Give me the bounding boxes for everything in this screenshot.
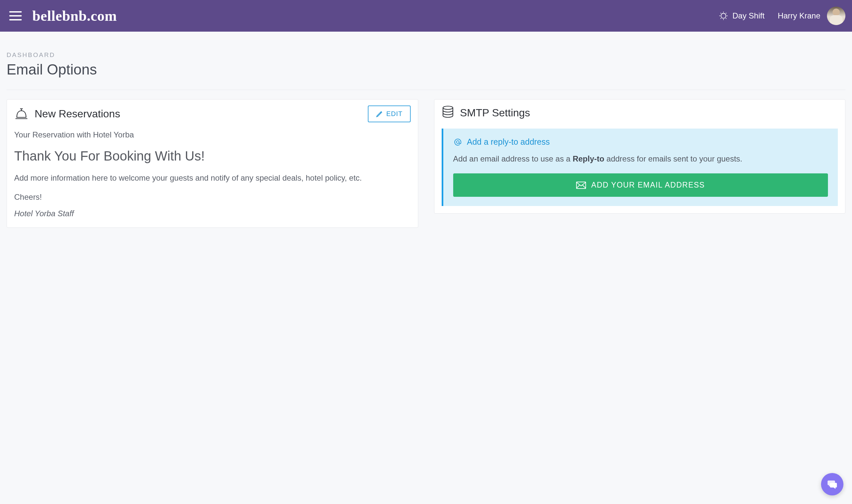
smtp-card-title: SMTP Settings: [460, 107, 530, 119]
database-icon: [442, 106, 454, 120]
shift-toggle[interactable]: Day Shift: [719, 11, 764, 21]
smtp-settings-card: SMTP Settings Add a reply-to address Add…: [434, 99, 846, 214]
bell-icon: [14, 107, 29, 121]
add-email-button-label: ADD YOUR EMAIL ADDRESS: [591, 181, 705, 190]
sun-icon: [719, 11, 728, 21]
reservation-signoff: Cheers!: [14, 193, 411, 202]
new-reservations-card: New Reservations EDIT Your Reservation w…: [6, 99, 418, 228]
pencil-icon: [376, 110, 383, 118]
page-title: Email Options: [6, 61, 846, 78]
svg-line-12: [380, 112, 381, 113]
add-email-button[interactable]: ADD YOUR EMAIL ADDRESS: [453, 174, 828, 197]
main-content: DASHBOARD Email Options New Reservations: [0, 32, 852, 241]
callout-title: Add a reply-to address: [467, 137, 550, 147]
svg-line-4: [726, 18, 726, 19]
svg-line-3: [721, 13, 721, 14]
svg-point-0: [721, 14, 726, 18]
reply-to-callout: Add a reply-to address Add an email addr…: [442, 129, 838, 206]
breadcrumb: DASHBOARD: [6, 51, 846, 59]
svg-line-8: [726, 13, 726, 14]
app-header: bellebnb.com Day Shift Harry Krane: [0, 0, 852, 32]
edit-button-label: EDIT: [386, 110, 403, 118]
edit-button[interactable]: EDIT: [368, 106, 411, 122]
reservation-signature: Hotel Yorba Staff: [14, 209, 411, 218]
shift-label: Day Shift: [732, 11, 764, 20]
svg-line-7: [721, 18, 721, 19]
svg-point-13: [443, 106, 453, 109]
at-icon: [453, 138, 463, 147]
reservation-headline: Thank You For Booking With Us!: [14, 147, 411, 164]
svg-point-14: [456, 140, 459, 143]
user-name[interactable]: Harry Krane: [778, 11, 820, 20]
reservations-card-title: New Reservations: [35, 108, 120, 120]
logo[interactable]: bellebnb.com: [32, 7, 117, 24]
svg-rect-15: [577, 182, 586, 188]
divider: [6, 90, 846, 90]
reservation-body: Add more information here to welcome you…: [14, 172, 411, 184]
reservation-subject: Your Reservation with Hotel Yorba: [14, 130, 411, 140]
mail-icon: [576, 182, 586, 189]
callout-body: Add an email address to use as a Reply-t…: [453, 152, 828, 165]
menu-icon[interactable]: [8, 10, 23, 22]
avatar[interactable]: [827, 6, 846, 25]
